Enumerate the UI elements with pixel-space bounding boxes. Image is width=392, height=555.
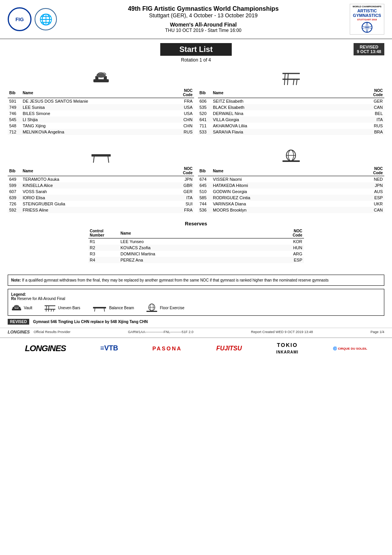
beam-icon	[8, 145, 194, 166]
footer-info: LONGINES Official Results Provider GARW1…	[0, 328, 392, 336]
noc: BRA	[341, 129, 384, 135]
bars-label: Uneven Bars	[58, 306, 80, 310]
athlete-name: AKHAIMOVA Liliia	[211, 123, 341, 129]
reserves-col-noc: NOCCode	[285, 228, 304, 238]
noc: RUS	[167, 129, 194, 135]
reserves-section: Reserves ControlNumber Name NOCCode R1LE…	[0, 221, 392, 263]
table-row: 726STEINGRUBER GiuliaSUI	[8, 201, 194, 207]
reserve-noc: ESP	[285, 257, 304, 263]
sponsor-cirque: 🌀 CIRQUE DU SOLEIL	[333, 347, 367, 350]
athlete-name: VISSER Naomi	[211, 176, 343, 183]
reserve-row: R4PEREZ AnaESP	[88, 257, 304, 263]
header: FIG 🌐 49th FIG Artistic Gymnastics World…	[0, 0, 392, 39]
official-results: Official Results Provider	[33, 330, 70, 334]
bib: 746	[8, 110, 21, 117]
start-list-title: Start List	[160, 43, 232, 56]
athlete-name: MOORS Brooklyn	[211, 207, 343, 213]
note-text: If a qualified gymnast withdraws from th…	[22, 278, 329, 282]
col-bib: Bib	[8, 88, 21, 98]
athlete-name: VOSS Sarah	[21, 188, 156, 195]
noc: ITA	[156, 195, 194, 201]
revised-note: REVISED Gymnast 546 Tingting Liu CHN rep…	[8, 319, 384, 325]
noc: GER	[156, 188, 194, 195]
revised-text: Gymnast 546 Tingting Liu CHN replace by …	[33, 320, 148, 324]
svg-point-21	[14, 305, 19, 308]
legend-label: Legend:	[11, 292, 381, 297]
vault-label: Vault	[24, 306, 32, 310]
athlete-name: DERWAEL Nina	[211, 110, 341, 117]
noc: FRA	[167, 98, 194, 105]
bib: 645	[198, 182, 211, 188]
noc: SUI	[156, 201, 194, 207]
table-row: 712MELNIKOVA AngelinaRUS	[8, 129, 194, 135]
noc: BEL	[341, 110, 384, 117]
beam-label: Balance Beam	[109, 306, 134, 310]
col-bib: Bib	[8, 166, 21, 176]
fig-logo: FIG	[8, 7, 32, 31]
rotations-grid: Bib Name NOCCode 591DE JESUS DOS SANTOS …	[8, 67, 384, 213]
svg-line-27	[53, 309, 54, 312]
table-row: 744VARINSKA DianaUKR	[198, 201, 384, 207]
bars-icon	[198, 67, 384, 88]
start-list-header: Start List REVISED 9 OCT 13:48 Rotation …	[0, 39, 392, 65]
sponsor-tokio: TOKIOINKARAMI	[276, 342, 299, 355]
svg-line-9	[293, 79, 294, 85]
athlete-name: VILLA Giorgia	[211, 117, 341, 123]
bib: 711	[198, 123, 211, 129]
noc: CAN	[343, 207, 384, 213]
rx-label: Rx	[11, 297, 16, 301]
vault-icon	[8, 67, 194, 88]
control-number: R2	[88, 245, 119, 251]
event-location: Stuttgart (GER), 4 October - 13 October …	[57, 12, 350, 18]
note-label: Note:	[11, 278, 21, 282]
bib: 712	[8, 129, 21, 135]
col-bib: Bib	[198, 166, 211, 176]
svg-line-29	[95, 308, 95, 312]
bib: 674	[198, 176, 211, 183]
svg-line-10	[296, 79, 297, 85]
noc: CAN	[341, 104, 384, 110]
col-name: Name	[21, 88, 167, 98]
reserve-name: DOMINICI Martina	[119, 251, 285, 257]
noc: CHN	[167, 123, 194, 129]
svg-rect-28	[93, 307, 106, 308]
wc-logo-line2: ARTISTIC	[357, 8, 377, 13]
report-created: Report Created WED 9 OCT 2019 13:48	[251, 330, 313, 334]
table-row: 599KINSELLA AliceGBR	[8, 182, 194, 188]
legend-bars: Uneven Bars	[44, 303, 80, 312]
legend-apparatus-items: Vault Uneven Bars Balance Beam	[11, 303, 381, 312]
sponsor-pasona: PASONA	[153, 345, 182, 352]
noc: USA	[167, 110, 194, 117]
table-row: 607VOSS SarahGER	[8, 188, 194, 195]
bib: 520	[198, 110, 211, 117]
reserves-col-name: Name	[119, 228, 285, 238]
bib: 649	[8, 176, 21, 183]
col-noc: NOCCode	[341, 88, 384, 98]
athlete-name: BILES Simone	[21, 110, 167, 117]
athlete-name: HATAKEDA Hitomi	[211, 182, 343, 188]
reserve-row: R2KOVACS ZsofiaHUN	[88, 245, 304, 251]
table-row: 535BLACK ElsabethCAN	[198, 104, 384, 110]
bib: 744	[198, 201, 211, 207]
svg-rect-11	[91, 154, 111, 157]
sponsor-fujitsu: FUJITSU	[216, 345, 242, 352]
rotation2-table: Bib Name NOCCode 606SEITZ ElisabethGER53…	[198, 88, 384, 135]
bib: 749	[8, 104, 21, 110]
bib: 592	[8, 207, 21, 213]
table-row: 591DE JESUS DOS SANTOS MelanieFRA	[8, 98, 194, 105]
athlete-name: KINSELLA Alice	[21, 182, 156, 188]
noc: ESP	[343, 195, 384, 201]
competition-date: THU 10 OCT 2019 - Start Time 16:00	[57, 28, 350, 33]
reserve-row: R3DOMINICI MartinaARG	[88, 251, 304, 257]
bib: 599	[8, 182, 21, 188]
athlete-name: TANG Xijing	[21, 123, 167, 129]
rotation-block-2: Bib Name NOCCode 606SEITZ ElisabethGER53…	[198, 67, 384, 135]
svg-line-12	[93, 157, 94, 163]
event-title: 49th FIG Artistic Gymnastics World Champ…	[57, 5, 350, 12]
legend-section: Legend: Rx Reserve for All-Around Final …	[8, 289, 384, 316]
reserve-row: R1LEE YunseoKOR	[88, 238, 304, 245]
bib: 535	[198, 104, 211, 110]
table-row: 749LEE SunisaUSA	[8, 104, 194, 110]
table-row: 641VILLA GiorgiaITA	[198, 117, 384, 123]
athlete-name: SARAIVA Flavia	[211, 129, 341, 135]
